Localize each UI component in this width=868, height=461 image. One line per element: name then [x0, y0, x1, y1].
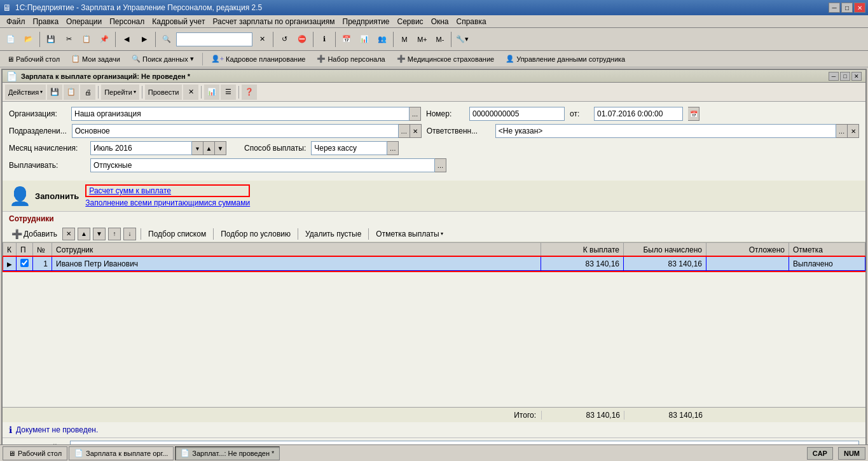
month-down-btn[interactable]: ▼	[215, 141, 226, 155]
date-input[interactable]: 01.07.2016 0:00:00	[594, 107, 683, 121]
move-up-btn[interactable]: ▲	[78, 228, 90, 240]
qa-search[interactable]: 🔍 Поиск данных ▾	[127, 52, 198, 66]
menu-service[interactable]: Сервис	[394, 16, 427, 27]
menu-edit[interactable]: Правка	[29, 16, 63, 27]
pay-input[interactable]: Отпускные	[90, 158, 435, 172]
menu-hr[interactable]: Кадровый учет	[148, 16, 209, 27]
responsible-clear-btn[interactable]: ✕	[848, 124, 859, 138]
fill-link2[interactable]: Заполнение всеми причитающимися суммами	[85, 198, 250, 207]
doc-maximize[interactable]: □	[840, 72, 850, 81]
app-title: 1С:Предприятие - Зарплата и Управление П…	[15, 3, 262, 12]
menu-personnel[interactable]: Персонал	[106, 16, 148, 27]
actions-button[interactable]: Действия ▾	[5, 85, 46, 100]
maximize-button[interactable]: □	[841, 3, 853, 13]
tb-paste[interactable]: 📌	[96, 31, 113, 48]
tb-cut[interactable]: ✂	[60, 31, 77, 48]
month-dropdown-btn[interactable]: ▾	[192, 141, 203, 155]
qa-employee-data[interactable]: 👤 Управление данными сотрудника	[501, 52, 630, 66]
tb-list-view[interactable]: ☰	[221, 85, 236, 100]
division-select-btn[interactable]: …	[399, 124, 410, 138]
tb-refresh[interactable]: ↺	[276, 31, 293, 48]
menu-help[interactable]: Справка	[453, 16, 490, 27]
cell-accrued: 83 140,16	[624, 257, 706, 271]
tb-unpost[interactable]: ✕	[183, 85, 198, 100]
minimize-button[interactable]: ─	[829, 3, 840, 13]
sort-asc-btn[interactable]: ↑	[108, 228, 121, 240]
number-input[interactable]: 00000000005	[469, 107, 565, 121]
tb-settings[interactable]: 🔧▾	[454, 31, 471, 48]
taskbar-item-salary-not-posted[interactable]: 📄 Зарплат...: Не проведен *	[175, 446, 280, 460]
payment-method-input[interactable]: Через кассу	[311, 141, 387, 155]
tb-search-go[interactable]: ✕	[254, 31, 270, 48]
select-list-btn[interactable]: Подбор списком	[146, 229, 209, 239]
tb-table-view[interactable]: 📊	[204, 85, 219, 100]
taskbar-item-desktop[interactable]: 🖥 Рабочий стол	[3, 446, 67, 460]
sort-desc-btn[interactable]: ↓	[123, 228, 136, 240]
doc-minimize[interactable]: ─	[829, 72, 839, 81]
move-down-btn[interactable]: ▼	[93, 228, 106, 240]
payment-method-select-btn[interactable]: …	[387, 141, 399, 155]
tb-mplus[interactable]: М+	[414, 31, 431, 48]
col-k: К	[3, 243, 17, 257]
search-input[interactable]	[176, 32, 252, 46]
tb-save[interactable]: 💾	[43, 31, 59, 48]
tb-info[interactable]: ℹ	[316, 31, 333, 48]
tb-chart[interactable]: 📊	[356, 31, 373, 48]
tb-search[interactable]: 🔍	[158, 31, 175, 48]
doc-close[interactable]: ✕	[851, 72, 862, 81]
tb-forward[interactable]: ▶	[136, 31, 153, 48]
taskbar-item-salary-org[interactable]: 📄 Зарплата к выплате орг...	[69, 446, 174, 460]
close-button[interactable]: ✕	[854, 3, 865, 13]
fill-link1[interactable]: Расчет сумм к выплате	[85, 184, 250, 197]
menu-salary[interactable]: Расчет зарплаты по организациям	[209, 16, 338, 27]
qa-hr-planning[interactable]: 👤+ Кадровое планирование	[207, 52, 310, 66]
date-value: 01.07.2016 0:00:00	[597, 109, 663, 118]
division-clear-btn[interactable]: ✕	[410, 124, 422, 138]
tb-copy-doc[interactable]: 📋	[64, 85, 79, 100]
menu-enterprise[interactable]: Предприятие	[339, 16, 394, 27]
col-num: №	[33, 243, 52, 257]
month-up-btn[interactable]: ▲	[203, 141, 215, 155]
mark-payment-dropdown: ▾	[441, 231, 443, 237]
quick-bar: 🖥 Рабочий стол 📋 Мои задачи 🔍 Поиск данн…	[0, 51, 868, 67]
menu-operations[interactable]: Операции	[62, 16, 106, 27]
menu-windows[interactable]: Окна	[427, 16, 453, 27]
qa-medical[interactable]: ➕ Медицинское страхование	[392, 52, 499, 66]
tb-calendar[interactable]: 📅	[338, 31, 355, 48]
tb-print-doc[interactable]: 🖨	[80, 85, 95, 100]
delete-row-btn[interactable]: ✕	[62, 228, 75, 240]
remove-empty-btn[interactable]: Удалить пустые	[303, 229, 364, 239]
mark-payment-btn[interactable]: Отметка выплаты ▾	[373, 229, 445, 239]
table-container: К П № Сотрудник К выплате Было начислено…	[3, 242, 865, 407]
tb-stop[interactable]: ⛔	[294, 31, 310, 48]
org-select-btn[interactable]: …	[410, 107, 421, 121]
tb-help[interactable]: ❓	[242, 85, 257, 100]
qa-recruitment[interactable]: ➕ Набор персонала	[312, 52, 389, 66]
row-checkbox[interactable]	[20, 259, 29, 267]
responsible-input[interactable]: <Не указан>	[495, 124, 836, 138]
date-picker-btn[interactable]: 📅	[688, 107, 699, 121]
org-input[interactable]: Наша организация	[71, 107, 410, 121]
table-row[interactable]: ▶ 1 Иванов Петр Иванович 83 140,16 83 14…	[3, 257, 865, 271]
tb-copy[interactable]: 📋	[78, 31, 95, 48]
division-input[interactable]: Основное	[72, 124, 399, 138]
post-button[interactable]: Провести	[145, 85, 183, 100]
tb-mminus[interactable]: М-	[432, 31, 448, 48]
tb-users[interactable]: 👥	[374, 31, 390, 48]
goto-button[interactable]: Перейти ▾	[101, 85, 139, 100]
menu-file[interactable]: Файл	[3, 16, 29, 27]
tb-m[interactable]: М	[396, 31, 413, 48]
pay-select-btn[interactable]: …	[435, 158, 446, 172]
add-btn[interactable]: ➕ Добавить	[9, 228, 60, 240]
fill-button[interactable]: 👤 Заполнить	[9, 186, 79, 207]
select-condition-btn[interactable]: Подбор по условию	[218, 229, 293, 239]
qa-desktop[interactable]: 🖥 Рабочий стол	[3, 52, 64, 66]
responsible-select-btn[interactable]: …	[836, 124, 848, 138]
tb-save-doc[interactable]: 💾	[47, 85, 62, 100]
cap-indicator: CAP	[807, 447, 833, 460]
month-input[interactable]: Июль 2016	[90, 141, 192, 155]
tb-new[interactable]: 📄	[3, 31, 19, 48]
tb-back[interactable]: ◀	[118, 31, 135, 48]
tb-open[interactable]: 📂	[20, 31, 37, 48]
qa-tasks[interactable]: 📋 Мои задачи	[67, 52, 125, 66]
